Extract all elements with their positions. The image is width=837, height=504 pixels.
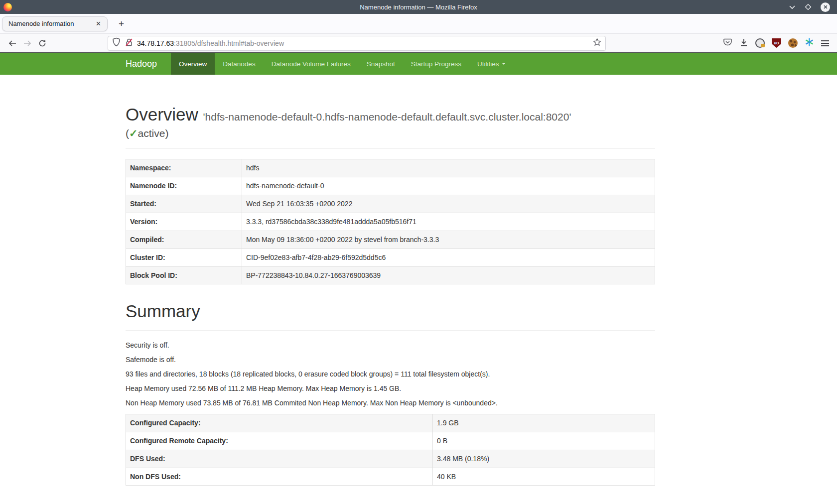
row-label: Compiled: [126,231,242,249]
hadoop-brand[interactable]: Hadoop [126,53,171,75]
window-controls [789,2,837,12]
back-icon[interactable] [5,36,20,50]
row-label: Namespace: [126,159,242,177]
tracking-shield-icon[interactable] [112,37,121,49]
tab-namenode-information[interactable]: Namenode information ✕ [2,16,108,31]
url-text: 34.78.17.63:31805/dfshealth.html#tab-ove… [137,39,593,47]
nav-item-utilities-label: Utilities [477,60,499,68]
namenode-info-table: Namespace:hdfs Namenode ID:hdfs-namenode… [126,159,655,284]
caret-down-icon [502,63,506,65]
table-row: Configured Capacity:1.9 GB [126,414,655,432]
summary-line: Non Heap Memory used 73.85 MB of 76.81 M… [126,398,655,408]
table-row: Compiled:Mon May 09 18:36:00 +0200 2022 … [126,231,655,249]
summary-line: Heap Memory used 72.56 MB of 111.2 MB He… [126,384,655,394]
summary-line: Security is off. [126,341,655,351]
summary-paragraphs: Security is off. Safemode is off. 93 fil… [126,341,655,408]
row-label: Version: [126,213,242,231]
check-icon: ✓ [129,127,138,139]
table-row: Version:3.3.3, rd37586cbda38c338d9fe481a… [126,213,655,231]
forward-icon[interactable] [20,36,35,50]
row-label: Configured Capacity: [126,414,433,432]
window-titlebar: Namenode information — Mozilla Firefox [0,0,837,14]
menu-icon[interactable] [821,40,829,46]
container-asterisk-icon[interactable] [805,37,814,49]
table-row: Block Pool ID:BP-772238843-10.84.0.27-16… [126,266,655,284]
page-content: Overview 'hdfs-namenode-default-0.hdfs-n… [0,105,781,486]
row-value: 1.9 GB [433,414,655,432]
row-value: CID-9ef02e83-afb7-4f28-ab29-6f592d5dd5c6 [242,249,655,266]
summary-line: Safemode is off. [126,355,655,365]
nav-item-overview[interactable]: Overview [171,53,215,75]
namenode-endpoint: 'hdfs-namenode-default-0.hdfs-namenode-d… [203,111,571,123]
table-row: Non DFS Used:40 KB [126,468,655,486]
row-label: DFS Used: [126,450,433,468]
nav-item-startup-progress[interactable]: Startup Progress [403,53,469,75]
row-value: Mon May 09 18:36:00 +0200 2022 by stevel… [242,231,655,249]
browser-toolbar: 34.78.17.63:31805/dfshealth.html#tab-ove… [0,34,837,53]
row-value: hdfs-namenode-default-0 [242,177,655,195]
row-label: Started: [126,195,242,213]
table-row: Namenode ID:hdfs-namenode-default-0 [126,177,655,195]
url-path: :31805/dfshealth.html#tab-overview [174,39,284,47]
url-host: 34.78.17.63 [137,39,174,47]
overview-title: Overview [126,105,198,124]
bookmark-star-icon[interactable] [593,38,601,48]
tab-bar: Namenode information ✕ + [0,14,837,34]
nav-item-datanode-volume-failures[interactable]: Datanode Volume Failures [264,53,359,75]
table-row: Cluster ID:CID-9ef02e83-afb7-4f28-ab29-6… [126,249,655,266]
nav-item-snapshot[interactable]: Snapshot [359,53,403,75]
url-bar[interactable]: 34.78.17.63:31805/dfshealth.html#tab-ove… [108,36,606,51]
summary-heading: Summary [126,301,655,321]
cookie-extension-icon[interactable] [788,38,798,48]
downloads-icon[interactable] [739,38,748,49]
tab-title: Namenode information [8,20,94,27]
divider [126,148,655,149]
tab-close-icon[interactable]: ✕ [94,19,103,28]
row-label: Block Pool ID: [126,266,242,284]
row-label: Non DFS Used: [126,468,433,486]
insecure-lock-icon[interactable] [125,38,133,49]
privacy-extension-icon[interactable] [755,38,765,48]
table-row: Configured Remote Capacity:0 B [126,432,655,450]
nav-item-utilities[interactable]: Utilities [469,53,514,75]
hadoop-navbar: Hadoop Overview Datanodes Datanode Volum… [0,53,837,75]
row-value: Wed Sep 21 16:03:35 +0200 2022 [242,195,655,213]
ublock-origin-icon[interactable]: uO [772,38,781,48]
close-window-icon[interactable] [821,2,830,12]
table-row: Namespace:hdfs [126,159,655,177]
table-row: Started:Wed Sep 21 16:03:35 +0200 2022 [126,195,655,213]
new-tab-button[interactable]: + [115,18,128,29]
row-value: 0 B [433,432,655,450]
table-row: DFS Used:3.48 MB (0.18%) [126,450,655,468]
row-value: hdfs [242,159,655,177]
row-value: 40 KB [433,468,655,486]
mini-lock-icon [761,44,765,47]
row-label: Cluster ID: [126,249,242,266]
row-value: 3.3.3, rd37586cbda38c338d9fe481addda5a05… [242,213,655,231]
row-value: 3.48 MB (0.18%) [433,450,655,468]
pocket-icon[interactable] [723,37,732,49]
overview-heading: Overview 'hdfs-namenode-default-0.hdfs-n… [126,105,655,125]
divider [126,330,655,331]
maximize-icon[interactable] [805,3,812,10]
summary-line: 93 files and directories, 18 blocks (18 … [126,370,655,379]
reload-icon[interactable] [35,36,50,50]
row-label: Namenode ID: [126,177,242,195]
capacity-table: Configured Capacity:1.9 GB Configured Re… [126,414,655,486]
namenode-status: (✓active) [126,127,655,139]
nav-item-datanodes[interactable]: Datanodes [215,53,263,75]
toolbar-extensions-area: uO [723,37,832,49]
row-value: BP-772238843-10.84.0.27-1663769003639 [242,266,655,284]
window-title: Namenode information — Mozilla Firefox [0,3,837,11]
minimize-icon[interactable] [789,4,796,9]
row-label: Configured Remote Capacity: [126,432,433,450]
